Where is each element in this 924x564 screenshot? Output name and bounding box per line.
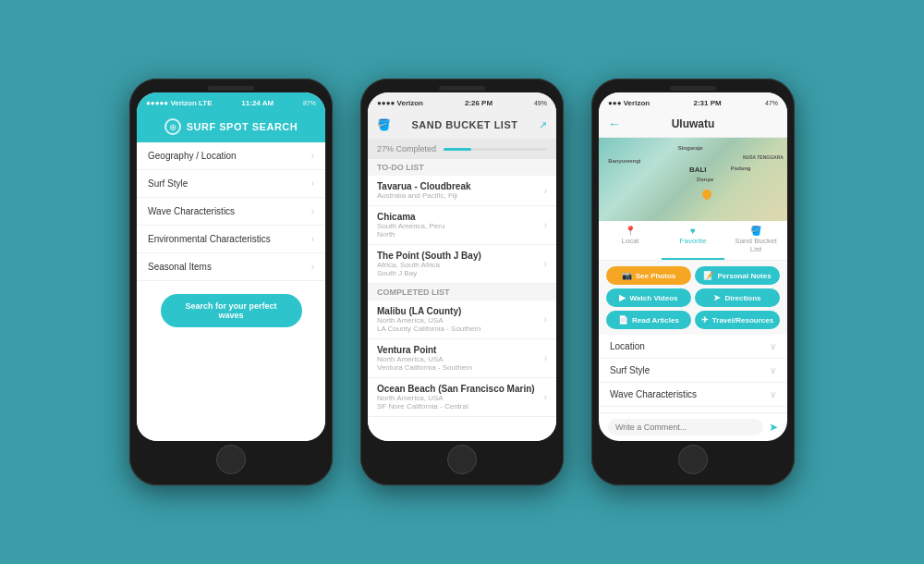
wave-label: Wave Characteristics [610,389,697,399]
tab-local-label: Local [621,237,638,245]
chevron-icon: › [311,151,314,161]
list-item[interactable]: Tavarua - Cloudbreak Australia and Pacif… [368,176,556,206]
action-buttons-grid: 📷 See Photos 📝 Personal Notes ▶ Watch Vi… [599,261,787,335]
tab-sand-bucket[interactable]: 🪣 Sand Bucket List [724,221,787,260]
phone3-header: ← Uluwatu [599,113,787,138]
watch-videos-label: Watch Videos [629,294,677,302]
phone3-status-bar: ●●● Verizon 2:31 PM 47% [599,92,787,113]
map-view: Singaraje Banyuwengi BALI Denpe Padang N… [599,138,787,221]
phone3-tabs: 📍 Local ♥ Favorite 🪣 Sand Bucket List [599,221,787,261]
progress-track [444,148,547,151]
menu-item-label: Geography / Location [148,151,237,161]
phone1-menu: Geography / Location › Surf Style › Wave… [137,142,325,441]
watch-videos-button[interactable]: ▶ Watch Videos [606,288,691,307]
item-name: Tavarua - Cloudbreak [377,181,471,191]
list-item[interactable]: Chicama South America, Peru North › [368,206,556,245]
comment-area: ➤ [599,412,787,441]
info-wave[interactable]: Wave Characteristics ∨ [599,383,787,407]
list-item[interactable]: Ocean Beach (San Francisco Marin) North … [368,378,556,417]
phone3-info-sections: Location ∨ Surf Style ∨ Wave Characteris… [599,335,787,412]
battery-label: 49% [534,100,547,106]
phone1-title: SURF SPOT SEARCH [187,121,298,132]
home-button[interactable] [447,445,477,474]
map-label-padang: Padang [731,166,751,171]
see-photos-label: See Photos [636,272,676,280]
time-label: 2:31 PM [693,99,721,107]
chevron-icon: › [311,206,314,216]
chevron-icon: › [544,392,547,402]
chevron-icon: › [311,234,314,244]
personal-notes-button[interactable]: 📝 Personal Notes [695,266,780,285]
local-icon: 📍 [625,226,636,236]
map-label-nusa: NUSA TENGGARA [743,154,784,160]
list-item[interactable]: Ventura Point North America, USA Ventura… [368,339,556,378]
surf-style-label: Surf Style [610,365,650,375]
item-name: Malibu (LA County) [377,306,481,316]
carrier-label: ●●●● Verizon [377,99,423,107]
item-sub2: LA County California - Southern [377,325,481,333]
home-button[interactable] [678,445,708,474]
directions-icon: ➤ [713,293,721,302]
progress-fill [444,148,471,151]
phone1-header: ⊕ SURF SPOT SEARCH [137,113,325,142]
bucket-icon: 🪣 [377,118,391,131]
phone2-header: 🪣 SAND BUCKET LIST ↗ [368,113,556,139]
info-surf-style[interactable]: Surf Style ∨ [599,359,787,383]
phone2-title: SAND BUCKET LIST [391,119,539,130]
todo-label: TO-DO LIST [368,159,556,176]
chevron-icon: ∨ [770,389,776,399]
tab-bucket-label: Sand Bucket List [728,237,784,253]
see-photos-button[interactable]: 📷 See Photos [606,266,691,285]
chevron-icon: › [544,314,547,325]
list-item[interactable]: The Point (South J Bay) Africa, South Af… [368,245,556,284]
time-label: 2:26 PM [465,99,492,107]
favorite-icon: ♥ [690,226,696,236]
phone1-screen: ●●●●● Verizon LTE 11:24 AM 87% ⊕ SURF SP… [137,92,325,441]
menu-item-label: Seasonal Items [148,262,212,272]
item-sub: North America, USA [377,394,535,402]
search-waves-button[interactable]: Search for your perfect waves [161,294,302,327]
share-icon[interactable]: ↗ [539,119,547,131]
progress-text: 27% Completed [377,144,436,153]
back-button[interactable]: ← [608,116,621,131]
articles-icon: 📄 [618,315,628,325]
map-label-singaraje: Singaraje [678,145,703,151]
battery-label: 47% [765,100,778,106]
phone3-title: Uluwatu [621,117,765,130]
menu-item-label: Environmental Characteristics [148,234,271,244]
menu-item-seasonal[interactable]: Seasonal Items › [137,253,325,281]
travel-label: Travel/Resources [712,316,773,325]
menu-item-wave[interactable]: Wave Characteristics › [137,198,325,226]
speaker [670,86,716,91]
chevron-icon: › [544,259,547,269]
menu-item-environmental[interactable]: Environmental Characteristics › [137,226,325,253]
chevron-icon: › [544,220,547,230]
phone2-screen: ●●●● Verizon 2:26 PM 49% 🪣 SAND BUCKET L… [368,92,556,441]
speaker [208,86,254,91]
travel-icon: ✈ [701,315,709,325]
completed-label: COMPLETED LIST [368,284,556,300]
menu-item-label: Surf Style [148,178,188,189]
info-location[interactable]: Location ∨ [599,335,787,359]
pin-shape [700,188,713,201]
read-articles-label: Read Articles [632,316,679,325]
tab-favorite[interactable]: ♥ Favorite [662,221,724,260]
list-item[interactable]: Malibu (LA County) North America, USA LA… [368,300,556,339]
read-articles-button[interactable]: 📄 Read Articles [606,311,691,329]
travel-resources-button[interactable]: ✈ Travel/Resources [695,311,780,329]
home-button[interactable] [216,445,246,474]
menu-item-surfstyle[interactable]: Surf Style › [137,170,325,198]
location-label: Location [610,341,645,351]
tab-favorite-label: Favorite [680,237,707,245]
item-name: Ocean Beach (San Francisco Marin) [377,384,535,394]
globe-icon: ⊕ [164,118,181,135]
chevron-icon: ∨ [770,365,776,375]
comment-input[interactable] [608,419,763,435]
phone2-list: Tavarua - Cloudbreak Australia and Pacif… [368,176,556,441]
send-icon[interactable]: ➤ [769,421,778,434]
menu-item-geography[interactable]: Geography / Location › [137,142,325,170]
item-sub2: North [377,230,444,239]
directions-button[interactable]: ➤ Directions [695,288,780,307]
notes-icon: 📝 [703,271,713,280]
tab-local[interactable]: 📍 Local [599,221,662,260]
